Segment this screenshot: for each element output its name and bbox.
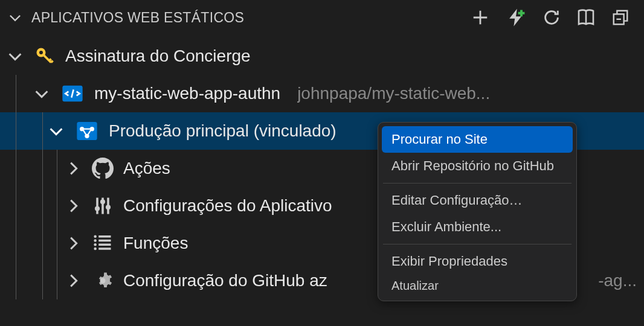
menu-item-edit-config[interactable]: Editar Configuração…: [382, 187, 573, 214]
gear-icon: [92, 270, 114, 292]
subscription-label: Assinatura do Concierge: [65, 46, 251, 66]
environment-icon: [75, 119, 99, 143]
chevron-down-icon[interactable]: [47, 122, 65, 140]
list-icon: [92, 232, 114, 254]
book-icon[interactable]: [576, 8, 596, 27]
menu-item-show-props[interactable]: Exibir Propriedades: [382, 248, 573, 275]
menu-item-refresh[interactable]: Atualizar: [382, 275, 573, 297]
github-config-trailing: -ag...: [598, 271, 637, 290]
menu-item-delete-env[interactable]: Excluir Ambiente...: [382, 214, 573, 240]
context-menu: Procurar no Site Abrir Repositório no Gi…: [378, 122, 577, 301]
menu-separator: [383, 183, 572, 184]
functions-label: Funções: [123, 234, 188, 253]
chevron-right-icon[interactable]: [64, 234, 82, 252]
chevron-down-icon[interactable]: [6, 47, 24, 65]
panel-header: APLICATIVOS WEB ESTÁTICOS: [0, 0, 644, 35]
lightning-add-icon[interactable]: [505, 7, 527, 28]
chevron-right-icon[interactable]: [64, 197, 82, 215]
menu-item-open-repo[interactable]: Abrir Repositório no GitHub: [382, 153, 573, 179]
svg-point-11: [94, 235, 97, 238]
app-label: my-static-web-app-authn: [94, 84, 280, 103]
settings-sliders-icon: [92, 195, 114, 217]
actions-label: Ações: [123, 159, 170, 178]
panel-title: APLICATIVOS WEB ESTÁTICOS: [31, 10, 244, 26]
app-description: johnpapa/my-static-web...: [297, 84, 490, 103]
tree-item-app[interactable]: my-static-web-app-authn johnpapa/my-stat…: [0, 75, 644, 112]
svg-point-9: [100, 199, 105, 204]
github-icon: [92, 158, 114, 179]
svg-point-2: [39, 51, 43, 54]
svg-point-12: [94, 239, 97, 242]
key-icon: [34, 45, 56, 67]
chevron-down-icon[interactable]: [33, 85, 51, 103]
svg-point-8: [95, 206, 100, 211]
github-config-label: Configuração do GitHub az: [123, 271, 327, 290]
toolbar: [471, 7, 637, 28]
svg-point-13: [94, 243, 97, 246]
static-web-app-icon: [60, 82, 85, 106]
tree-item-subscription[interactable]: Assinatura do Concierge: [0, 37, 644, 75]
panel-title-group: APLICATIVOS WEB ESTÁTICOS: [7, 10, 244, 26]
refresh-icon[interactable]: [543, 8, 561, 27]
chevron-down-icon[interactable]: [7, 10, 23, 25]
chevron-right-icon[interactable]: [64, 272, 82, 290]
app-settings-label: Configurações do Aplicativo: [123, 196, 332, 216]
chevron-right-icon[interactable]: [64, 159, 82, 177]
svg-point-10: [106, 205, 111, 209]
menu-item-browse-site[interactable]: Procurar no Site: [382, 126, 573, 153]
menu-separator: [383, 244, 572, 245]
environment-label: Produção principal (vinculado): [109, 121, 336, 141]
collapse-all-icon[interactable]: [611, 8, 630, 27]
add-icon[interactable]: [471, 8, 489, 27]
svg-point-14: [94, 248, 97, 251]
